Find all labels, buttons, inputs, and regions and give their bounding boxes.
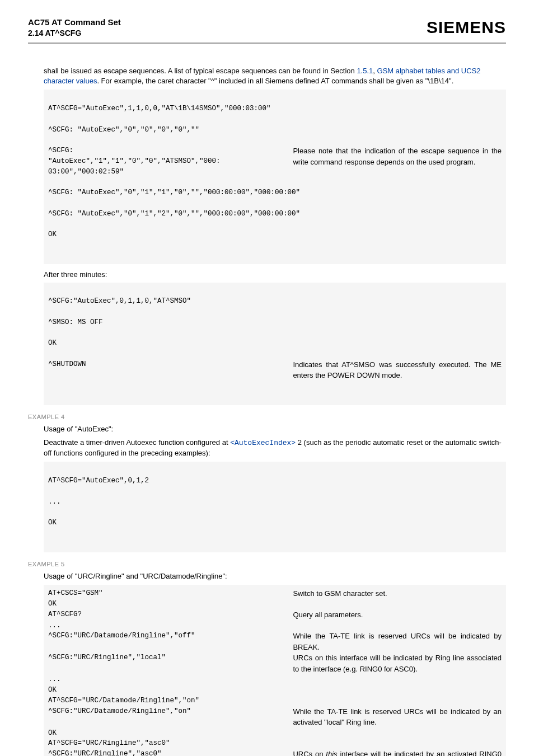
code-row: OK <box>48 728 502 739</box>
code-block-3: AT^SCFG="AutoExec",0,1,2 ... OK <box>44 462 506 552</box>
doc-section: 2.14 AT^SCFG <box>28 28 121 39</box>
code-left: ^SCFG:"URC/Ringline","local" <box>48 652 293 663</box>
code-row: AT^SCFG="URC/Ringline","asc0" <box>48 738 502 749</box>
code-row: ^SCFG:"URC/Ringline","local"URCs on this… <box>48 652 502 674</box>
code-line: OK <box>48 518 502 528</box>
code-left: ^SCFG:"URC/Ringline","asc0" <box>48 749 293 756</box>
example-4-desc: Deactivate a timer-driven Autoexec funct… <box>44 438 506 458</box>
intro-paragraph: shall be issued as escape sequences. A l… <box>44 66 506 86</box>
code-block-1: AT^SCFG="AutoExec",1,1,0,0,"AT\1B\14SMSO… <box>44 90 506 264</box>
code-row: ^SCFG:"URC/Datamode/Ringline","on"While … <box>48 706 502 728</box>
code-line: AT^SCFG="AutoExec",0,1,2 <box>48 476 502 486</box>
doc-title: AC75 AT Command Set <box>28 16 121 28</box>
code-left: ... <box>48 621 293 631</box>
code-comment: While the TA-TE link is reserved URCs wi… <box>293 631 502 652</box>
code-line: ^SCFG: "AutoExec","0","1","2","0","","00… <box>48 209 502 219</box>
code-comment: Switch to GSM character set. <box>293 588 502 599</box>
code-row: ^SCFG:"URC/Ringline","asc0"URCs on this … <box>48 749 502 756</box>
code-comment: While the TA-TE link is reserved URCs wi… <box>293 706 502 728</box>
code-row: AT+CSCS="GSM"Switch to GSM character set… <box>48 588 502 599</box>
code-left: AT+CSCS="GSM" <box>48 588 293 599</box>
example-5-label: EXAMPLE 5 <box>28 560 506 569</box>
code-row: ... <box>48 674 502 685</box>
code-left: AT^SCFG="URC/Ringline","asc0" <box>48 738 293 749</box>
example-4-usage: Usage of "AutoExec": <box>44 424 506 434</box>
code-row: AT^SCFG="URC/Datamode/Ringline","on" <box>48 696 502 706</box>
code-left: ... <box>48 674 293 685</box>
code-row: ^SCFG: "AutoExec","1","1","0","0","ATSMS… <box>48 145 502 177</box>
code-block-4: AT+CSCS="GSM"Switch to GSM character set… <box>44 585 506 756</box>
code-left: ^SHUTDOWN <box>48 359 293 370</box>
header-left: AC75 AT Command Set 2.14 AT^SCFG <box>28 16 121 39</box>
code-comment: Query all parameters. <box>293 609 502 621</box>
code-left: ^SCFG:"URC/Datamode/Ringline","on" <box>48 706 293 717</box>
code-comment: URCs on this interface will be indicated… <box>293 749 502 756</box>
code-line: ... <box>48 497 502 508</box>
autoexecindex-link[interactable]: <AutoExecIndex> <box>230 439 296 447</box>
code-left: AT^SCFG="URC/Datamode/Ringline","on" <box>48 696 293 706</box>
intro-link-1[interactable]: 1.5.1 <box>357 67 373 75</box>
code-left: AT^SCFG? <box>48 609 293 620</box>
code-left: OK <box>48 685 293 696</box>
after-three-label: After three minutes: <box>44 270 506 280</box>
code-row: ... <box>48 621 502 631</box>
code-left: OK <box>48 728 293 739</box>
code-row: AT^SCFG?Query all parameters. <box>48 609 502 621</box>
brand-logo: SIEMENS <box>427 16 506 39</box>
code-comment: Please note that the indication of the e… <box>293 145 502 167</box>
code-line: AT^SCFG="AutoExec",1,1,0,0,"AT\1B\14SMSO… <box>48 104 502 114</box>
code-row: ^SHUTDOWN Indicates that AT^SMSO was suc… <box>48 359 502 381</box>
code-row: OK <box>48 685 502 696</box>
code-line: ^SCFG: "AutoExec","0","0","0","0","" <box>48 125 502 135</box>
intro-text-after: . For example, the caret character "^" i… <box>97 77 453 85</box>
intro-text-before: shall be issued as escape sequences. A l… <box>44 67 357 75</box>
code-row: OK <box>48 599 502 609</box>
code-left: ^SCFG: "AutoExec","1","1","0","0","ATSMS… <box>48 145 293 177</box>
code-line: ^SCFG: "AutoExec","0","1","1","0","","00… <box>48 187 502 198</box>
page-header: AC75 AT Command Set 2.14 AT^SCFG SIEMENS <box>28 16 506 44</box>
code-line: OK <box>48 229 502 240</box>
code-left: ^SCFG:"URC/Datamode/Ringline","off" <box>48 631 293 641</box>
code-row: ^SCFG:"URC/Datamode/Ringline","off"While… <box>48 631 502 652</box>
ex4-desc-pre: Deactivate a timer-driven Autoexec funct… <box>44 438 230 447</box>
example-5-usage: Usage of "URC/Ringline" and "URC/Datamod… <box>44 571 506 581</box>
intro-sep: , <box>373 67 377 75</box>
code-comment: Indicates that AT^SMSO was successfully … <box>293 359 502 381</box>
code-line: ^SCFG:"AutoExec",0,1,1,0,"AT^SMSO" <box>48 296 502 307</box>
example-4-label: EXAMPLE 4 <box>28 413 506 421</box>
code-comment: URCs on this interface will be indicated… <box>293 652 502 674</box>
code-block-2: ^SCFG:"AutoExec",0,1,1,0,"AT^SMSO" ^SMSO… <box>44 283 506 406</box>
code-line: ^SMSO: MS OFF <box>48 317 502 328</box>
code-line: OK <box>48 338 502 349</box>
code-left: OK <box>48 599 293 609</box>
